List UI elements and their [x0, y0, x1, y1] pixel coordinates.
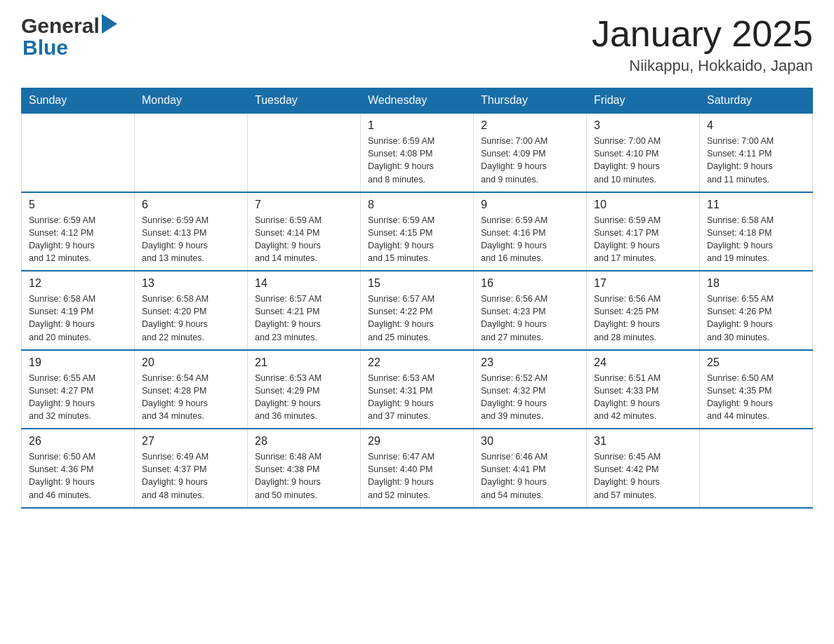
day-number: 16 [481, 277, 579, 290]
calendar-cell: 12Sunrise: 6:58 AM Sunset: 4:19 PM Dayli… [22, 271, 135, 350]
day-number: 18 [707, 277, 805, 290]
day-number: 3 [594, 119, 692, 132]
day-info: Sunrise: 6:50 AM Sunset: 4:35 PM Dayligh… [707, 372, 805, 423]
day-number: 13 [142, 277, 240, 290]
calendar-cell: 3Sunrise: 7:00 AM Sunset: 4:10 PM Daylig… [587, 113, 700, 192]
day-number: 14 [255, 277, 353, 290]
day-number: 30 [481, 435, 579, 448]
calendar-week-4: 19Sunrise: 6:55 AM Sunset: 4:27 PM Dayli… [22, 350, 813, 429]
day-info: Sunrise: 6:50 AM Sunset: 4:36 PM Dayligh… [29, 450, 127, 502]
calendar-cell: 27Sunrise: 6:49 AM Sunset: 4:37 PM Dayli… [135, 429, 248, 508]
day-info: Sunrise: 6:59 AM Sunset: 4:17 PM Dayligh… [594, 214, 692, 265]
calendar-cell: 6Sunrise: 6:59 AM Sunset: 4:13 PM Daylig… [135, 192, 248, 271]
calendar-cell: 21Sunrise: 6:53 AM Sunset: 4:29 PM Dayli… [248, 350, 361, 429]
calendar-cell: 29Sunrise: 6:47 AM Sunset: 4:40 PM Dayli… [361, 429, 474, 508]
calendar-cell: 23Sunrise: 6:52 AM Sunset: 4:32 PM Dayli… [474, 350, 587, 429]
calendar-week-1: 1Sunrise: 6:59 AM Sunset: 4:08 PM Daylig… [22, 113, 813, 192]
day-number: 7 [255, 199, 353, 211]
day-info: Sunrise: 6:54 AM Sunset: 4:28 PM Dayligh… [142, 372, 240, 423]
calendar-cell: 20Sunrise: 6:54 AM Sunset: 4:28 PM Dayli… [135, 350, 248, 429]
calendar-cell: 28Sunrise: 6:48 AM Sunset: 4:38 PM Dayli… [248, 429, 361, 508]
day-info: Sunrise: 6:55 AM Sunset: 4:27 PM Dayligh… [29, 372, 127, 423]
calendar-cell [248, 113, 361, 192]
calendar-week-5: 26Sunrise: 6:50 AM Sunset: 4:36 PM Dayli… [22, 429, 813, 508]
title-section: January 2025 Niikappu, Hokkaido, Japan [592, 14, 813, 75]
day-info: Sunrise: 6:49 AM Sunset: 4:37 PM Dayligh… [142, 450, 240, 502]
day-number: 31 [594, 435, 692, 448]
day-number: 10 [594, 199, 692, 211]
day-info: Sunrise: 6:46 AM Sunset: 4:41 PM Dayligh… [481, 450, 579, 502]
calendar-cell: 30Sunrise: 6:46 AM Sunset: 4:41 PM Dayli… [474, 429, 587, 508]
day-info: Sunrise: 7:00 AM Sunset: 4:10 PM Dayligh… [594, 135, 692, 186]
day-info: Sunrise: 6:59 AM Sunset: 4:12 PM Dayligh… [29, 214, 127, 265]
calendar-cell: 11Sunrise: 6:58 AM Sunset: 4:18 PM Dayli… [700, 192, 813, 271]
day-number: 6 [142, 199, 240, 211]
svg-marker-0 [102, 14, 117, 34]
calendar-cell [22, 113, 135, 192]
calendar-cell [700, 429, 813, 508]
header-day-saturday: Saturday [700, 88, 813, 114]
calendar-cell: 10Sunrise: 6:59 AM Sunset: 4:17 PM Dayli… [587, 192, 700, 271]
header-day-wednesday: Wednesday [361, 88, 474, 114]
day-info: Sunrise: 6:59 AM Sunset: 4:14 PM Dayligh… [255, 214, 353, 265]
day-number: 21 [255, 356, 353, 369]
day-info: Sunrise: 6:45 AM Sunset: 4:42 PM Dayligh… [594, 450, 692, 502]
day-number: 27 [142, 435, 240, 448]
day-info: Sunrise: 6:53 AM Sunset: 4:29 PM Dayligh… [255, 372, 353, 423]
calendar-cell: 7Sunrise: 6:59 AM Sunset: 4:14 PM Daylig… [248, 192, 361, 271]
day-info: Sunrise: 6:58 AM Sunset: 4:19 PM Dayligh… [29, 293, 127, 344]
calendar-cell: 25Sunrise: 6:50 AM Sunset: 4:35 PM Dayli… [700, 350, 813, 429]
day-number: 1 [368, 119, 466, 132]
calendar-cell [135, 113, 248, 192]
day-number: 8 [368, 199, 466, 211]
calendar-subtitle: Niikappu, Hokkaido, Japan [592, 57, 813, 75]
logo: General Blue [21, 14, 117, 58]
day-number: 19 [29, 356, 127, 369]
calendar-cell: 2Sunrise: 7:00 AM Sunset: 4:09 PM Daylig… [474, 113, 587, 192]
day-info: Sunrise: 6:59 AM Sunset: 4:16 PM Dayligh… [481, 214, 579, 265]
header-day-monday: Monday [135, 88, 248, 114]
calendar-cell: 24Sunrise: 6:51 AM Sunset: 4:33 PM Dayli… [587, 350, 700, 429]
day-info: Sunrise: 6:56 AM Sunset: 4:23 PM Dayligh… [481, 293, 579, 344]
calendar-cell: 26Sunrise: 6:50 AM Sunset: 4:36 PM Dayli… [22, 429, 135, 508]
calendar-week-3: 12Sunrise: 6:58 AM Sunset: 4:19 PM Dayli… [22, 271, 813, 350]
day-info: Sunrise: 6:57 AM Sunset: 4:21 PM Dayligh… [255, 293, 353, 344]
day-number: 24 [594, 356, 692, 369]
day-number: 15 [368, 277, 466, 290]
day-number: 12 [29, 277, 127, 290]
logo-general-text: General [21, 15, 100, 36]
day-number: 20 [142, 356, 240, 369]
day-number: 28 [255, 435, 353, 448]
calendar-week-2: 5Sunrise: 6:59 AM Sunset: 4:12 PM Daylig… [22, 192, 813, 271]
day-info: Sunrise: 6:55 AM Sunset: 4:26 PM Dayligh… [707, 293, 805, 344]
calendar-title: January 2025 [592, 14, 813, 54]
day-info: Sunrise: 6:58 AM Sunset: 4:18 PM Dayligh… [707, 214, 805, 265]
calendar-cell: 19Sunrise: 6:55 AM Sunset: 4:27 PM Dayli… [22, 350, 135, 429]
day-number: 25 [707, 356, 805, 369]
calendar-cell: 8Sunrise: 6:59 AM Sunset: 4:15 PM Daylig… [361, 192, 474, 271]
calendar-cell: 15Sunrise: 6:57 AM Sunset: 4:22 PM Dayli… [361, 271, 474, 350]
day-number: 2 [481, 119, 579, 132]
calendar-header-row: SundayMondayTuesdayWednesdayThursdayFrid… [22, 88, 813, 114]
day-number: 5 [29, 199, 127, 211]
calendar-cell: 5Sunrise: 6:59 AM Sunset: 4:12 PM Daylig… [22, 192, 135, 271]
calendar-cell: 9Sunrise: 6:59 AM Sunset: 4:16 PM Daylig… [474, 192, 587, 271]
day-info: Sunrise: 6:59 AM Sunset: 4:13 PM Dayligh… [142, 214, 240, 265]
day-info: Sunrise: 6:58 AM Sunset: 4:20 PM Dayligh… [142, 293, 240, 344]
calendar-cell: 22Sunrise: 6:53 AM Sunset: 4:31 PM Dayli… [361, 350, 474, 429]
calendar-cell: 16Sunrise: 6:56 AM Sunset: 4:23 PM Dayli… [474, 271, 587, 350]
header-day-friday: Friday [587, 88, 700, 114]
day-number: 22 [368, 356, 466, 369]
day-info: Sunrise: 6:56 AM Sunset: 4:25 PM Dayligh… [594, 293, 692, 344]
day-info: Sunrise: 6:59 AM Sunset: 4:15 PM Dayligh… [368, 214, 466, 265]
day-info: Sunrise: 7:00 AM Sunset: 4:11 PM Dayligh… [707, 135, 805, 186]
page-header: General Blue January 2025 Niikappu, Hokk… [21, 14, 813, 75]
day-info: Sunrise: 7:00 AM Sunset: 4:09 PM Dayligh… [481, 135, 579, 186]
day-info: Sunrise: 6:48 AM Sunset: 4:38 PM Dayligh… [255, 450, 353, 502]
day-number: 23 [481, 356, 579, 369]
day-number: 9 [481, 199, 579, 211]
day-info: Sunrise: 6:52 AM Sunset: 4:32 PM Dayligh… [481, 372, 579, 423]
calendar-cell: 4Sunrise: 7:00 AM Sunset: 4:11 PM Daylig… [700, 113, 813, 192]
calendar-cell: 14Sunrise: 6:57 AM Sunset: 4:21 PM Dayli… [248, 271, 361, 350]
calendar-cell: 1Sunrise: 6:59 AM Sunset: 4:08 PM Daylig… [361, 113, 474, 192]
